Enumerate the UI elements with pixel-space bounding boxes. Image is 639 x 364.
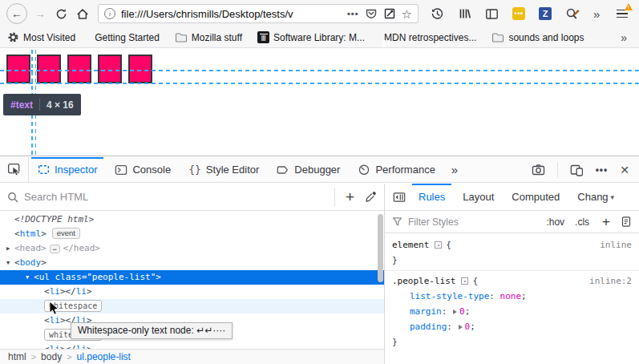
semicolon: ;: [465, 306, 471, 317]
url-bar[interactable]: i file:///Users/chrismills/Desktop/tests…: [98, 4, 419, 23]
property-value[interactable]: 0: [459, 306, 465, 317]
semicolon: ;: [470, 322, 475, 332]
property-name[interactable]: padding: [410, 322, 447, 332]
property-name[interactable]: list-style-type: [410, 291, 489, 301]
sidebar-toggle-button[interactable]: [389, 192, 410, 203]
extension-yellow-icon[interactable]: •••: [512, 7, 525, 20]
markup-node-row[interactable]: <li></li>: [0, 342, 384, 349]
declaration-line[interactable]: padding: 0;: [385, 319, 639, 334]
screenshot-edit-icon[interactable]: [565, 7, 580, 21]
rule-selector-line[interactable]: .people-list{inline:2: [385, 273, 639, 289]
breadcrumb-item-body[interactable]: body: [39, 351, 63, 362]
page-actions-icon[interactable]: •••: [347, 9, 359, 18]
rules-sidebar: RulesLayoutComputedChang▾ :hov .cls + el…: [384, 184, 639, 364]
class-toggle-button[interactable]: .cls: [572, 216, 592, 228]
close-devtools-icon[interactable]: ✕: [620, 164, 629, 176]
rule-source-link[interactable]: inline:2: [589, 273, 632, 289]
toolbar-overflow-icon[interactable]: »: [593, 7, 600, 21]
bookmark-item[interactable]: ⅢSoftware Library: M...: [257, 31, 365, 43]
back-button[interactable]: ←: [6, 3, 27, 24]
markup-node-row[interactable]: ▶<head>…</head>: [0, 241, 384, 256]
browser-navbar: ← → i file:///Users/chrismills/Desktop/t…: [0, 0, 639, 27]
forward-button[interactable]: →: [30, 7, 50, 20]
markup-node-row[interactable]: <li></li>: [0, 285, 384, 299]
bookmark-item[interactable]: sounds and loops: [491, 32, 584, 43]
rule-selector[interactable]: element: [392, 240, 429, 250]
home-button[interactable]: [72, 8, 93, 20]
url-text[interactable]: file:///Users/chrismills/Desktop/tests/v: [121, 8, 342, 20]
add-rule-button[interactable]: +: [597, 215, 615, 229]
expand-value-icon[interactable]: [453, 309, 457, 314]
history-icon[interactable]: [431, 7, 444, 21]
eyedropper-icon[interactable]: [365, 191, 377, 203]
toolbar-separator: [557, 163, 558, 177]
collapse-arrow-icon[interactable]: ▶: [3, 241, 13, 256]
declaration-line[interactable]: list-style-type: none;: [385, 289, 639, 304]
extension-icon[interactable]: [383, 7, 396, 20]
node-picker-button[interactable]: [0, 157, 29, 182]
tab-style-editor[interactable]: {}Style Editor: [180, 157, 268, 182]
app-menu-button[interactable]: [617, 7, 628, 21]
sidebar-tab-layout[interactable]: Layout: [454, 184, 503, 210]
markup-token: >: [60, 286, 66, 297]
tab-console[interactable]: Console: [106, 157, 180, 182]
sidebar-tab-label: Chang: [577, 191, 608, 203]
node-picker-icon: [7, 163, 21, 176]
property-value[interactable]: none: [500, 291, 522, 301]
bookmarks-overflow-icon[interactable]: »: [621, 31, 632, 44]
bookmark-item[interactable]: MDN retrospectives...: [380, 32, 476, 43]
markup-node-row[interactable]: ▼<body>: [0, 256, 384, 270]
markup-token: >: [60, 344, 66, 349]
markup-token: <: [14, 229, 20, 239]
responsive-mode-icon[interactable]: [570, 164, 584, 176]
expand-arrow-icon[interactable]: ▼: [3, 256, 13, 270]
pocket-icon[interactable]: [365, 7, 378, 20]
markup-node-row[interactable]: <html>event: [0, 227, 384, 241]
expand-value-icon[interactable]: [459, 325, 463, 330]
rule-selector-line[interactable]: element{inline: [385, 237, 639, 253]
chevron-down-icon: ▾: [611, 193, 615, 201]
sidebar-tab-computed[interactable]: Computed: [503, 184, 568, 210]
declaration-line[interactable]: margin: 0;: [385, 304, 639, 319]
pseudo-class-button[interactable]: :hov: [544, 216, 567, 228]
stylesheet-icon[interactable]: [621, 216, 632, 228]
tab-debugger[interactable]: Debugger: [268, 157, 349, 182]
bookmark-item[interactable]: Getting Started: [91, 32, 160, 43]
bookmark-star-icon[interactable]: ☆: [402, 8, 412, 20]
highlighter-infobar: #text 4 × 16: [3, 94, 81, 115]
tree-scrollbar[interactable]: [378, 214, 383, 282]
bookmark-item[interactable]: Mozilla stuff: [175, 32, 242, 43]
markup-node-row[interactable]: ▼<ul class="people-list">: [0, 270, 384, 285]
meatball-menu-icon[interactable]: •••: [596, 164, 609, 176]
rule-selector[interactable]: .people-list: [392, 276, 455, 286]
markup-node-row[interactable]: <!DOCTYPE html>: [0, 212, 384, 227]
tab-label: Performance: [375, 164, 435, 176]
breadcrumb-item-ulpeople-list[interactable]: ul.people-list: [75, 351, 132, 362]
list-item-square: [67, 55, 91, 83]
breadcrumb-item-html[interactable]: html: [6, 351, 28, 362]
library-icon[interactable]: [458, 7, 471, 20]
folder-icon: [175, 32, 188, 42]
selector-highlighter-icon[interactable]: [435, 241, 442, 249]
filter-styles-input[interactable]: [408, 216, 538, 228]
tab-performance[interactable]: Performance: [349, 157, 443, 182]
search-html-input[interactable]: [24, 191, 329, 203]
sidebar-tab-rules[interactable]: Rules: [410, 184, 454, 210]
markup-token: body: [20, 257, 42, 268]
sidebar-icon[interactable]: [485, 8, 499, 20]
bookmark-item[interactable]: Most Visited: [7, 31, 75, 43]
filter-icon: [392, 216, 402, 227]
tab-inspector[interactable]: Inspector: [29, 157, 106, 182]
markup-token: </: [66, 344, 76, 349]
property-name[interactable]: margin: [410, 306, 442, 317]
add-node-button[interactable]: +: [341, 189, 359, 204]
site-info-icon[interactable]: i: [104, 8, 115, 19]
expand-arrow-icon[interactable]: ▼: [22, 270, 32, 285]
sidebar-tab-chang[interactable]: Chang▾: [568, 184, 623, 210]
selector-highlighter-icon[interactable]: [461, 277, 468, 285]
reload-button[interactable]: [51, 8, 71, 20]
rule-source-link[interactable]: inline: [600, 237, 632, 253]
screenshot-camera-icon[interactable]: [532, 164, 545, 176]
tabs-overflow-icon[interactable]: »: [444, 163, 465, 176]
zotero-icon[interactable]: Z: [539, 7, 552, 20]
